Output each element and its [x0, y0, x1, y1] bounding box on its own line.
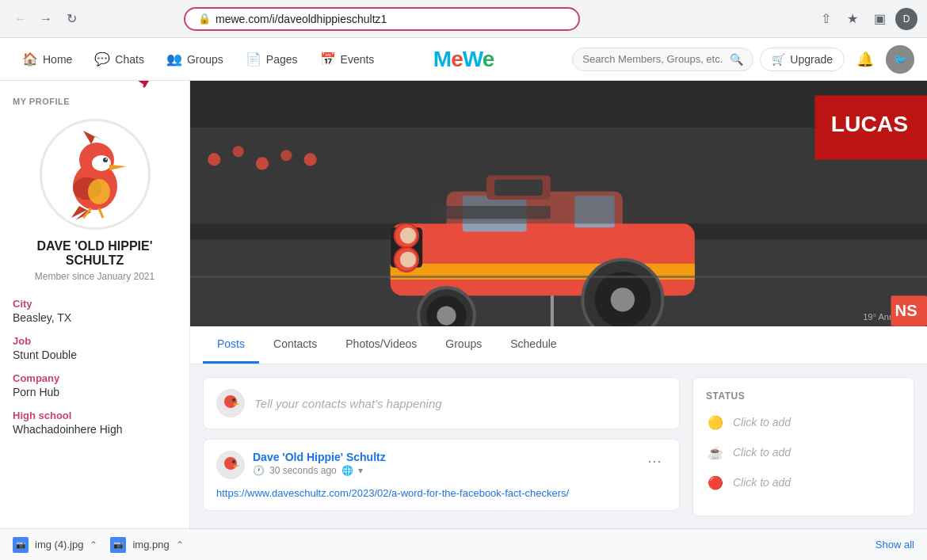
tab-photos-videos-label: Photos/Videos — [345, 337, 417, 350]
notification-button[interactable]: 🔔 — [851, 45, 879, 74]
reload-button[interactable]: ↻ — [60, 8, 82, 30]
nav-item-pages[interactable]: 📄 Pages — [236, 45, 307, 73]
status-item-2[interactable]: ☕ Click to add — [706, 443, 901, 462]
profile-tabs: Posts Contacts Photos/Videos Groups Sche… — [190, 326, 927, 364]
avatar-initial: D — [903, 13, 910, 25]
nav-item-groups[interactable]: 👥 Groups — [157, 45, 233, 73]
browser-actions: ⇧ ★ ▣ D — [814, 8, 917, 30]
mewe-logo: MeWe — [433, 47, 494, 72]
window-icon: ▣ — [874, 11, 886, 26]
profile-section: DAVE 'OLD HIPPIE' SCHULTZ Member since J… — [13, 119, 177, 282]
svg-point-14 — [88, 179, 110, 204]
address-bar[interactable]: 🔒 mewe.com/i/daveoldhippieschultz1 — [184, 7, 580, 31]
status-icon-1: 🟡 — [706, 413, 725, 432]
post-author-name[interactable]: Dave 'Old Hippie' Schultz — [253, 451, 635, 463]
nav-item-events[interactable]: 📅 Events — [311, 45, 384, 73]
tab-posts-label: Posts — [217, 337, 245, 350]
browser-profile-avatar[interactable]: D — [895, 8, 917, 30]
company-value: Porn Hub — [13, 386, 177, 398]
back-button[interactable]: ← — [10, 8, 32, 30]
download-filename-2: img.png — [132, 539, 169, 550]
search-input[interactable] — [582, 53, 725, 65]
nav-avatar-icon: 🐦 — [894, 53, 907, 66]
svg-point-39 — [233, 146, 244, 157]
cover-photo-svg: LUCAS 19° Annual NS — [190, 81, 927, 326]
status-click-text-2: Click to add — [733, 446, 791, 459]
nav-profile-avatar[interactable]: 🐦 — [886, 45, 914, 74]
bell-icon: 🔔 — [856, 51, 874, 68]
nav-right: 🔍 🛒 Upgrade 🔔 🐦 — [566, 45, 914, 74]
search-box[interactable]: 🔍 — [572, 48, 753, 71]
nav-item-chats[interactable]: 💬 Chats — [85, 45, 154, 73]
status-title: STATUS — [706, 390, 901, 402]
city-value: Beasley, TX — [13, 311, 177, 324]
svg-point-33 — [611, 288, 635, 311]
download-file-icon-1: 📷 — [13, 537, 29, 553]
post-input-avatar — [216, 389, 245, 417]
pages-icon: 📄 — [246, 51, 261, 67]
share-button[interactable]: ⇧ — [814, 8, 837, 30]
tab-posts[interactable]: Posts — [203, 326, 259, 364]
groups-icon: 👥 — [166, 51, 182, 67]
nav-left: 🏠 Home 💬 Chats 👥 Groups 📄 Pages 📅 Events — [13, 45, 383, 73]
svg-point-27 — [400, 252, 416, 268]
tab-schedule[interactable]: Schedule — [496, 326, 570, 364]
svg-text:NS: NS — [895, 302, 917, 319]
home-icon: 🏠 — [22, 51, 38, 67]
job-label: Job — [13, 335, 177, 347]
svg-point-40 — [256, 157, 269, 170]
svg-point-42 — [304, 153, 317, 166]
privacy-icon: 🌐 — [341, 465, 353, 476]
info-city: City Beasley, TX — [13, 298, 177, 324]
nav-item-pages-label: Pages — [266, 53, 298, 66]
chats-icon: 💬 — [94, 51, 110, 67]
svg-marker-8 — [109, 165, 127, 170]
job-value: Stunt Double — [13, 349, 177, 361]
svg-point-50 — [232, 398, 235, 402]
status-icon-3: 🔴 — [706, 473, 725, 492]
whats-happening-text: Tell your contacts what's happening — [254, 397, 442, 410]
tab-photos-videos[interactable]: Photos/Videos — [331, 326, 431, 364]
status-item-1[interactable]: 🟡 Click to add — [706, 413, 901, 432]
upgrade-button[interactable]: 🛒 Upgrade — [760, 48, 845, 71]
svg-line-13 — [99, 208, 103, 218]
profile-member-since: Member since January 2021 — [13, 271, 177, 282]
clock-icon: 🕐 — [253, 465, 265, 476]
svg-text:LUCAS: LUCAS — [831, 111, 908, 136]
post-options-button[interactable]: ⋯ — [643, 451, 666, 471]
status-item-3[interactable]: 🔴 Click to add — [706, 473, 901, 492]
share-icon: ⇧ — [821, 11, 831, 26]
post-link[interactable]: https://www.daveschultz.com/2023/02/a-wo… — [216, 487, 666, 499]
nav-item-events-label: Events — [341, 53, 375, 66]
download-chevron-2[interactable]: ⌃ — [176, 539, 184, 550]
svg-point-53 — [224, 457, 237, 470]
lock-icon: 🔒 — [198, 13, 211, 25]
reload-icon: ↻ — [67, 11, 77, 26]
window-button[interactable]: ▣ — [868, 8, 891, 30]
page-layout: MY PROFILE — [0, 81, 927, 560]
tab-groups[interactable]: Groups — [431, 326, 496, 364]
download-chevron-1[interactable]: ⌃ — [90, 539, 97, 550]
whats-happening-box[interactable]: Tell your contacts what's happening — [203, 377, 680, 429]
city-label: City — [13, 298, 177, 310]
svg-point-54 — [232, 460, 235, 463]
bookmark-button[interactable]: ★ — [841, 8, 864, 30]
woodpecker-icon — [48, 127, 143, 222]
nav-item-home[interactable]: 🏠 Home — [13, 45, 82, 73]
profile-name: DAVE 'OLD HIPPIE' SCHULTZ — [13, 239, 177, 268]
post-meta: 🕐 30 seconds ago 🌐 ▾ — [253, 465, 635, 476]
svg-marker-9 — [83, 131, 103, 144]
tab-contacts[interactable]: Contacts — [259, 326, 331, 364]
address-bar-wrapper: 🔒 mewe.com/i/daveoldhippieschultz1 — [184, 7, 580, 31]
download-file-icon-2: 📷 — [110, 537, 126, 553]
nav-item-chats-label: Chats — [115, 53, 144, 66]
post-header: Dave 'Old Hippie' Schultz 🕐 30 seconds a… — [216, 451, 666, 479]
tab-groups-label: Groups — [445, 337, 482, 350]
posts-main: Tell your contacts what's happening — [203, 377, 680, 520]
show-all-button[interactable]: Show all — [876, 539, 914, 550]
svg-point-49 — [224, 395, 237, 408]
info-highschool: High school Whachadoinhere High — [13, 410, 177, 436]
svg-point-30 — [437, 306, 456, 325]
forward-button[interactable]: → — [35, 8, 57, 30]
download-item-1: 📷 img (4).jpg ⌃ — [13, 537, 97, 553]
